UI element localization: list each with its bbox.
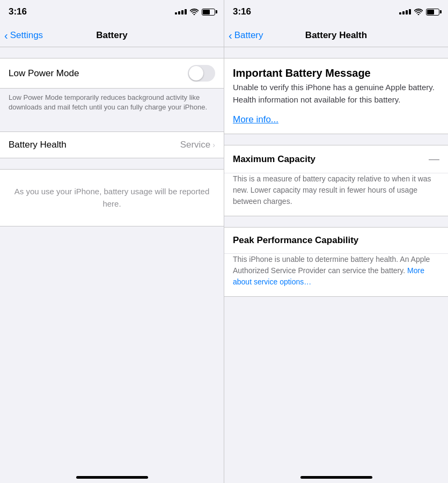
maximum-capacity-card: Maximum Capacity — This is a measure of …	[224, 145, 448, 216]
low-power-mode-section: Low Power Mode Low Power Mode temporaril…	[0, 58, 224, 121]
left-nav-title: Battery	[96, 30, 128, 41]
low-power-mode-toggle[interactable]	[188, 65, 215, 82]
right-panel: 3:16 ‹ Battery Battery Health	[224, 0, 448, 483]
left-time: 3:16	[9, 6, 27, 17]
battery-icon	[202, 9, 215, 16]
usage-empty-state: As you use your iPhone, battery usage wi…	[0, 170, 224, 226]
right-home-bar	[300, 476, 372, 479]
battery-health-chevron-icon: ›	[212, 141, 215, 149]
left-back-label: Settings	[10, 30, 43, 41]
signal-icon	[175, 9, 187, 14]
low-power-mode-description: Low Power Mode temporarily reduces backg…	[0, 89, 224, 121]
peak-performance-header: Peak Performance Capability	[224, 228, 448, 253]
more-info-link[interactable]: More info...	[224, 110, 448, 134]
maximum-capacity-description: This is a measure of battery capacity re…	[224, 173, 448, 216]
important-message-body: Important Battery Message Unable to veri…	[224, 58, 448, 110]
right-content: Important Battery Message Unable to veri…	[224, 47, 448, 465]
peak-performance-description: This iPhone is unable to determine batte…	[224, 254, 448, 296]
peak-performance-section: Peak Performance Capability This iPhone …	[224, 227, 448, 297]
left-home-indicator	[0, 465, 224, 483]
important-message-title: Important Battery Message	[233, 67, 439, 82]
important-message-description: Unable to verify this iPhone has a genui…	[233, 82, 439, 110]
battery-health-value-container: Service ›	[180, 140, 215, 150]
right-back-label: Battery	[234, 30, 263, 41]
right-status-bar: 3:16	[224, 0, 448, 24]
left-back-chevron-icon: ‹	[4, 30, 8, 41]
right-nav-bar: ‹ Battery Battery Health	[224, 24, 448, 47]
left-status-bar: 3:16	[0, 0, 224, 24]
maximum-capacity-header: Maximum Capacity —	[224, 145, 448, 173]
left-home-bar	[76, 476, 148, 479]
usage-empty-text: As you use your iPhone, battery usage wi…	[14, 187, 210, 208]
battery-health-row[interactable]: Battery Health Service ›	[0, 132, 224, 158]
right-signal-icon	[399, 9, 411, 14]
usage-section: As you use your iPhone, battery usage wi…	[0, 169, 224, 226]
peak-performance-card: Peak Performance Capability This iPhone …	[224, 227, 448, 297]
left-status-icons	[175, 9, 215, 16]
left-content: Low Power Mode Low Power Mode temporaril…	[0, 47, 224, 465]
right-home-indicator	[224, 465, 448, 483]
peak-performance-title: Peak Performance Capability	[233, 235, 358, 246]
right-battery-icon	[426, 9, 439, 16]
low-power-mode-row[interactable]: Low Power Mode	[0, 58, 224, 88]
left-nav-bar: ‹ Settings Battery	[0, 24, 224, 47]
gap1	[224, 134, 448, 145]
gap2	[224, 216, 448, 227]
right-back-button[interactable]: ‹ Battery	[229, 30, 263, 41]
right-wifi-icon	[414, 9, 423, 15]
battery-health-label: Battery Health	[9, 140, 67, 150]
maximum-capacity-title: Maximum Capacity	[233, 154, 315, 165]
battery-health-card: Battery Health Service ›	[0, 131, 224, 158]
maximum-capacity-section: Maximum Capacity — This is a measure of …	[224, 145, 448, 216]
battery-health-value: Service	[180, 140, 211, 150]
left-back-button[interactable]: ‹ Settings	[4, 30, 43, 41]
left-panel: 3:16 ‹ Settings Battery	[0, 0, 224, 483]
peak-performance-desc-part1: This iPhone is unable to determine batte…	[233, 255, 430, 275]
battery-health-section: Battery Health Service ›	[0, 131, 224, 158]
low-power-mode-card: Low Power Mode	[0, 58, 224, 89]
right-nav-title: Battery Health	[305, 30, 367, 41]
usage-card: As you use your iPhone, battery usage wi…	[0, 169, 224, 226]
right-time: 3:16	[233, 6, 251, 17]
wifi-icon	[190, 9, 199, 15]
maximum-capacity-dash: —	[429, 153, 439, 165]
right-status-icons	[399, 9, 439, 16]
low-power-mode-label: Low Power Mode	[9, 68, 79, 79]
right-back-chevron-icon: ‹	[229, 30, 232, 41]
important-message-section: Important Battery Message Unable to veri…	[224, 58, 448, 134]
important-message-card: Important Battery Message Unable to veri…	[224, 58, 448, 134]
